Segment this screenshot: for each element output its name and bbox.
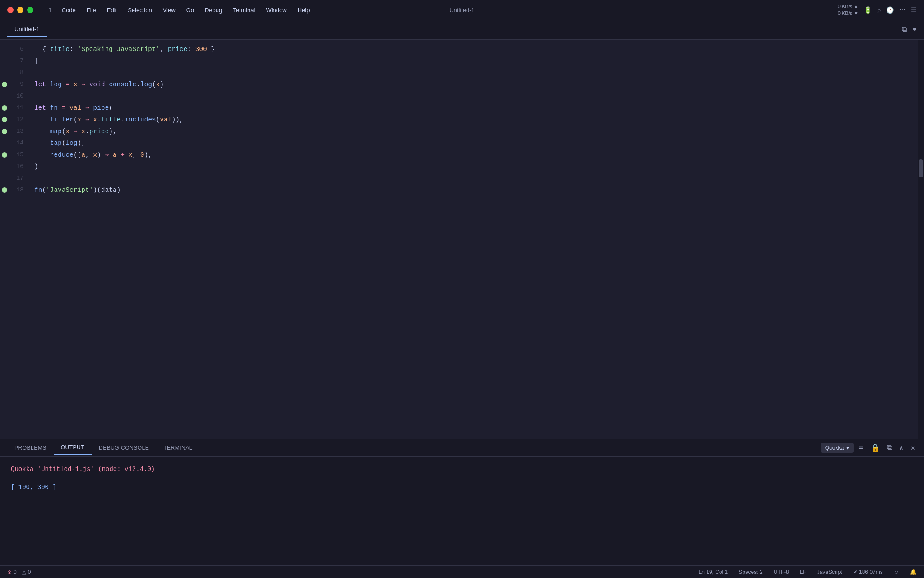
copy-icon[interactable]: ⧉ xyxy=(885,442,894,454)
code-line-18: 18 fn('JavaScript')(data) xyxy=(0,184,924,196)
panel-source-dropdown[interactable]: Quokka ▾ xyxy=(821,443,854,453)
titlebar-right: 0 KB/s ▲0 KB/s ▼ 🔋 ⌕ 🕐 ⋯ ☰ xyxy=(838,3,917,17)
line-content-14: tap(log), xyxy=(27,137,917,149)
gutter-8: 8 xyxy=(0,67,27,79)
warning-icon: △ xyxy=(22,569,26,575)
gutter-17: 17 xyxy=(0,172,27,184)
line-content-11: let fn = val ⇒ pipe( xyxy=(27,102,917,114)
statusbar: ⊗ 0 △ 0 Ln 19, Col 1 Spaces: 2 UTF-8 LF … xyxy=(0,565,924,578)
spaces-indicator[interactable]: Spaces: 2 xyxy=(739,569,762,575)
output-text: Quokka 'Untitled-1.js' (node: v12.4.0) [… xyxy=(11,464,913,493)
scrollbar-track[interactable] xyxy=(918,40,924,439)
gutter-7: 7 xyxy=(0,55,27,67)
tab-icons: ⧉ ● xyxy=(902,25,917,34)
bell-icon[interactable]: 🔔 xyxy=(910,569,917,575)
line-content-6: { title: 'Speaking JavaScript', price: 3… xyxy=(27,43,917,55)
code-line-10: 10 xyxy=(0,90,924,102)
gutter-18: 18 xyxy=(0,184,27,196)
collapse-panel-icon[interactable]: ∧ xyxy=(897,442,906,454)
clear-output-icon[interactable]: ≡ xyxy=(857,442,865,454)
menu-view[interactable]: View xyxy=(158,5,180,15)
menu-terminal[interactable]: Terminal xyxy=(228,5,259,15)
code-line-14: 14 tap(log), xyxy=(0,137,924,149)
editor-tab[interactable]: Untitled-1 xyxy=(7,22,47,37)
line-content-18: fn('JavaScript')(data) xyxy=(27,184,917,196)
line-content-16: ) xyxy=(27,161,917,172)
gutter-9: 9 xyxy=(0,79,27,90)
code-line-8: 8 xyxy=(0,67,924,79)
maximize-button[interactable] xyxy=(27,7,33,13)
menu-help[interactable]: Help xyxy=(293,5,314,15)
tab-debug-console[interactable]: DEBUG CONSOLE xyxy=(92,441,156,455)
close-panel-icon[interactable]: ✕ xyxy=(909,442,917,454)
line-content-7: ] xyxy=(27,55,917,67)
panel-tabs: PROBLEMS OUTPUT DEBUG CONSOLE TERMINAL Q… xyxy=(0,439,924,457)
code-line-11: 11 let fn = val ⇒ pipe( xyxy=(0,102,924,114)
breakpoint-15 xyxy=(2,152,7,158)
gutter-13: 13 xyxy=(0,126,27,137)
code-area[interactable]: 6 { title: 'Speaking JavaScript', price:… xyxy=(0,40,924,439)
gutter-10: 10 xyxy=(0,90,27,102)
minimize-button[interactable] xyxy=(17,7,23,13)
output-panel: PROBLEMS OUTPUT DEBUG CONSOLE TERMINAL Q… xyxy=(0,439,924,565)
traffic-lights xyxy=(7,7,33,13)
notification-icon: ⋯ xyxy=(899,6,906,14)
battery-icon: 🔋 xyxy=(864,6,872,14)
window-title: Untitled-1 xyxy=(449,7,475,14)
menu-go[interactable]: Go xyxy=(182,5,199,15)
breakpoint-9 xyxy=(2,82,7,87)
code-line-7: 7 ] xyxy=(0,55,924,67)
status-errors[interactable]: ⊗ 0 △ 0 xyxy=(7,569,31,575)
tab-output[interactable]: OUTPUT xyxy=(54,441,92,455)
scrollbar-thumb[interactable] xyxy=(919,159,923,177)
line-content-13: map(x ⇒ x.price), xyxy=(27,126,917,137)
code-line-9: 9 let log = x ⇒ void console.log(x) xyxy=(0,79,924,90)
panel-tab-right: Quokka ▾ ≡ 🔒 ⧉ ∧ ✕ xyxy=(821,442,917,454)
line-content-12: filter(x ⇒ x.title.includes(val)), xyxy=(27,114,917,126)
code-line-12: 12 filter(x ⇒ x.title.includes(val)), xyxy=(0,114,924,126)
menu-file[interactable]: File xyxy=(82,5,101,15)
error-count: 0 xyxy=(14,569,17,575)
more-icon[interactable]: ● xyxy=(912,25,917,34)
list-icon: ☰ xyxy=(911,6,917,14)
line-content-9: let log = x ⇒ void console.log(x) xyxy=(27,79,917,90)
titlebar-left:  Code File Edit Selection View Go Debug… xyxy=(7,5,314,15)
tabbar: Untitled-1 ⧉ ● xyxy=(0,20,924,40)
breakpoint-11 xyxy=(2,105,7,111)
gutter-6: 6 xyxy=(0,43,27,55)
menu-window[interactable]: Window xyxy=(261,5,291,15)
menu-bar:  Code File Edit Selection View Go Debug… xyxy=(44,5,314,15)
eol-indicator[interactable]: LF xyxy=(800,569,806,575)
code-line-13: 13 map(x ⇒ x.price), xyxy=(0,126,924,137)
chevron-down-icon: ▾ xyxy=(846,445,849,451)
clock-icon: 🕐 xyxy=(886,6,894,14)
titlebar:  Code File Edit Selection View Go Debug… xyxy=(0,0,924,20)
line-content-15: reduce((a, x) ⇒ a + x, 0), xyxy=(27,149,917,161)
lock-icon[interactable]: 🔒 xyxy=(869,442,882,454)
gutter-16: 16 xyxy=(0,161,27,172)
code-line-6: 6 { title: 'Speaking JavaScript', price:… xyxy=(0,43,924,55)
quokka-time: ✔ 186.07ms xyxy=(853,569,883,575)
tab-terminal[interactable]: TERMINAL xyxy=(156,441,200,455)
tab-problems[interactable]: PROBLEMS xyxy=(7,441,54,455)
gutter-12: 12 xyxy=(0,114,27,126)
breakpoint-13 xyxy=(2,129,7,134)
gutter-11: 11 xyxy=(0,102,27,114)
output-line-1: Quokka 'Untitled-1.js' (node: v12.4.0) xyxy=(11,464,913,475)
menu-edit[interactable]: Edit xyxy=(102,5,121,15)
dropdown-value: Quokka xyxy=(825,445,844,451)
split-editor-icon[interactable]: ⧉ xyxy=(902,25,907,34)
cursor-position[interactable]: Ln 19, Col 1 xyxy=(699,569,728,575)
editor: 6 { title: 'Speaking JavaScript', price:… xyxy=(0,40,924,439)
close-button[interactable] xyxy=(7,7,14,13)
menu-selection[interactable]: Selection xyxy=(123,5,156,15)
language-indicator[interactable]: JavaScript xyxy=(817,569,842,575)
gutter-14: 14 xyxy=(0,137,27,149)
menu-debug[interactable]: Debug xyxy=(200,5,226,15)
code-line-15: 15 reduce((a, x) ⇒ a + x, 0), xyxy=(0,149,924,161)
menu-code[interactable]: Code xyxy=(57,5,80,15)
apple-menu[interactable]:  xyxy=(44,5,55,15)
encoding-indicator[interactable]: UTF-8 xyxy=(774,569,789,575)
smiley-icon[interactable]: ☺ xyxy=(894,569,899,575)
error-icon: ⊗ xyxy=(7,569,12,575)
